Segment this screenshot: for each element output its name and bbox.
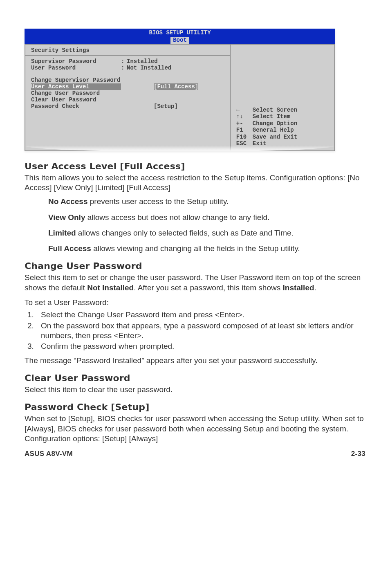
para-cup-result: The message “Password Installed” appears… [25,356,365,366]
bios-section-title: Security Settings [31,47,224,54]
bios-body: Security Settings Supervisor Password : … [25,44,335,151]
heading-user-access-level: User Access Level [Full Access] [25,161,365,171]
opt-text: prevents user access to the Setup utilit… [87,197,229,206]
ual-options-block: No Access prevents user access to the Se… [25,197,365,254]
field-value: Installed [127,58,158,65]
opt-view-only: View Only allows access but does not all… [48,213,365,222]
opt-full-access: Full Access allows viewing and changing … [48,244,365,254]
field-label: Change Supervisor Password [31,77,121,83]
spacer [121,83,127,90]
spacer [121,103,127,110]
opt-label: Full Access [48,244,91,253]
para-password-check: When set to [Setup], BIOS checks for use… [25,414,365,444]
footer-product: ASUS A8V-VM [25,450,73,458]
inline-bold: Installed [283,283,314,292]
legend-key: F10 [236,134,253,141]
bios-divider [25,55,230,56]
legend-select-item: ↑↓ Select Item [236,113,297,120]
field-label: User Password [31,65,121,71]
bios-title: BIOS SETUP UTILITY [25,29,335,36]
bios-header: BIOS SETUP UTILITY Boot [25,29,335,44]
bios-row-password-check[interactable]: Password Check [Setup] [31,103,224,110]
para-frag: . After you set a password, this item sh… [134,283,282,292]
steps-list: Select the Change User Password item and… [25,310,365,351]
legend-text: Select Item [253,113,290,120]
field-label: Clear User Password [31,97,121,103]
legend-general-help: F1 General Help [236,127,297,134]
field-label: Change User Password [31,90,121,97]
legend-text: Save and Exit [253,134,297,141]
bios-tab-boot[interactable]: Boot [170,37,189,44]
legend-save-exit: F10 Save and Exit [236,134,297,141]
footer-page-number: 2-33 [351,450,365,458]
heading-password-check: Password Check [Setup] [25,402,365,412]
bios-right-pane: ← Select Screen ↑↓ Select Item +- Change… [230,44,335,151]
legend-text: Select Screen [253,107,297,114]
colon: : [121,58,127,65]
arrow-left-icon: ← [236,107,240,114]
bios-row-user-access-level[interactable]: User Access Level [Full Access] [25,83,230,90]
opt-text: allows changes only to selected fields, … [76,229,294,237]
bios-row-change-supervisor-password[interactable]: Change Supervisor Password [31,77,224,83]
legend-key: F1 [236,127,253,134]
opt-no-access: No Access prevents user access to the Se… [48,197,365,206]
legend-text: General Help [253,127,294,134]
legend-text: Change Option [253,120,297,127]
bios-row-change-user-password[interactable]: Change User Password [31,90,224,97]
para-cup-intro: Select this item to set or change the us… [25,273,365,293]
step-item: On the password box that appears, type a… [36,321,365,341]
field-value: Not Installed [127,65,171,71]
bios-row-user-password: User Password : Not Installed [31,65,224,71]
para-cup-toset: To set a User Password: [25,298,365,307]
inline-bold: Not Installed [87,283,134,292]
heading-clear-user-password: Clear User Password [25,373,365,383]
opt-limited: Limited allows changes only to selected … [48,228,365,238]
field-value: [Setup] [154,103,178,110]
heading-change-user-password: Change User Password [25,261,365,271]
bios-window: BIOS SETUP UTILITY Boot Security Setting… [25,29,335,151]
step-item: Select the Change User Password item and… [36,310,365,320]
bios-row-clear-user-password[interactable]: Clear User Password [31,97,224,103]
legend-key: +- [236,120,253,127]
bios-left-pane: Security Settings Supervisor Password : … [25,44,230,151]
legend-select-screen: ← Select Screen [236,107,297,114]
opt-label: View Only [48,213,85,222]
opt-label: Limited [48,229,76,237]
para-ual-intro: This item allows you to select the acces… [25,173,365,193]
bios-legend: ← Select Screen ↑↓ Select Item +- Change… [236,107,297,147]
field-label: Password Check [31,103,121,110]
opt-text: allows viewing and changing all the fiel… [91,244,300,253]
opt-label: No Access [48,197,87,206]
opt-text: allows access but does not allow change … [85,213,269,222]
page-footer: ASUS A8V-VM 2-33 [25,448,365,458]
arrow-updown-icon: ↑↓ [236,113,243,120]
para-clear-user-password: Select this item to clear the user passw… [25,385,365,395]
legend-change-option: +- Change Option [236,120,297,127]
step-item: Confirm the password when prompted. [36,341,365,351]
colon: : [121,65,127,71]
field-label: User Access Level [31,83,121,90]
field-value: [Full Access] [154,83,198,90]
bios-row-supervisor-password: Supervisor Password : Installed [31,58,224,65]
field-label: Supervisor Password [31,58,121,65]
para-frag: . [314,283,316,292]
